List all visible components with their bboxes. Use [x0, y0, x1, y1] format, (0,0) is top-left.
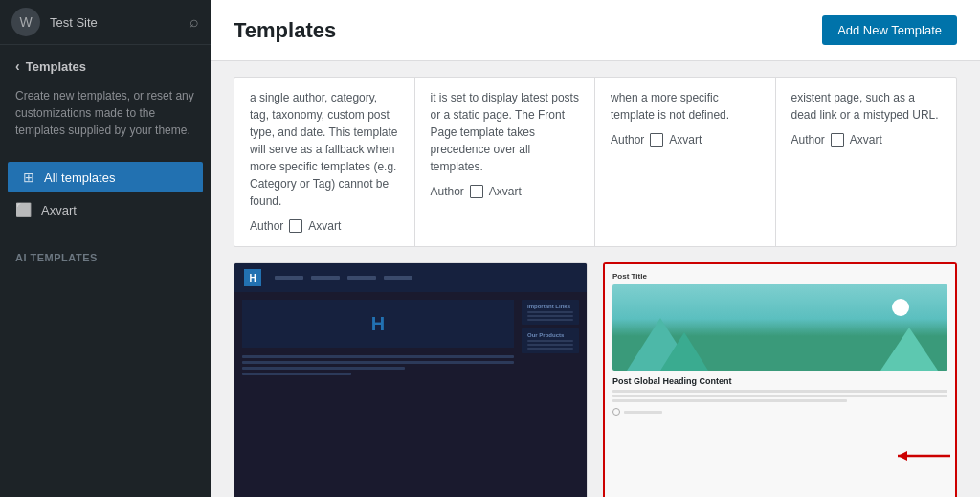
cards-grid: H H — [234, 262, 957, 497]
sidebar-back-label: Templates — [26, 59, 86, 74]
preview-post-heading: Post Global Heading Content — [612, 376, 947, 386]
sidebar: W Test Site ⌕ ‹ Templates Create new tem… — [0, 0, 211, 497]
preview-side-line-2 — [527, 315, 573, 317]
preview-post-title: Post Title — [612, 272, 947, 281]
preview-radio-1 — [612, 408, 620, 416]
page-icon-sm-1 — [470, 185, 483, 198]
top-card-3: existent page, such as a dead link or a … — [776, 78, 957, 246]
preview-side-line-3 — [527, 319, 573, 321]
preview-mountain-image — [612, 284, 947, 371]
preview-side-lines-2 — [527, 340, 573, 350]
preview-h-banner: H — [242, 300, 514, 348]
top-card-2-author: Author Axvart — [611, 131, 760, 148]
nav-item-4 — [384, 276, 412, 280]
preview-post-lines — [612, 390, 947, 402]
wp-logo: W — [11, 8, 40, 36]
preview-line-3 — [242, 367, 405, 370]
sidebar-ai-label: AI templates — [0, 248, 211, 271]
preview-pages-header: H — [234, 263, 587, 292]
preview-side-line-5 — [527, 344, 573, 346]
nav-item-3 — [347, 276, 376, 280]
top-card-1-text: it is set to display latest posts or a s… — [431, 91, 579, 173]
preview-h-big: H — [371, 313, 385, 335]
page-icon-sm-3 — [831, 133, 844, 147]
preview-side-line-1 — [527, 311, 573, 313]
top-card-3-author: Author Axvart — [791, 131, 942, 148]
top-card-1: it is set to display latest posts or a s… — [415, 78, 596, 246]
sidebar-ai-section: AI templates — [0, 233, 211, 271]
preview-ctrl-line-1 — [624, 411, 662, 414]
preview-lines — [242, 351, 514, 379]
top-card-2: when a more specific template is not def… — [595, 78, 776, 246]
preview-side-title-2: Our Products — [527, 332, 573, 338]
preview-content-area: H — [242, 300, 514, 497]
page-icon-sm-2 — [650, 133, 663, 147]
back-arrow-icon: ‹ — [15, 58, 20, 74]
sidebar-nav: ⊞ All templates ⬜ Axvart — [0, 154, 211, 233]
top-card-0-author: Author Axvart — [250, 217, 399, 235]
card-preview-single-posts[interactable]: Post Title Post Global Heading Content — [605, 264, 955, 497]
sidebar-item-all-templates[interactable]: ⊞ All templates — [8, 162, 203, 192]
preview-sun — [892, 299, 909, 316]
preview-side-block-1: Important Links — [522, 300, 579, 325]
nav-item-2 — [311, 276, 340, 280]
preview-pages-nav — [275, 276, 412, 280]
preview-post-line-2 — [612, 395, 947, 397]
top-card-0: a single author, category, tag, taxonomy… — [234, 78, 415, 246]
preview-side-title-1: Important Links — [527, 304, 573, 309]
preview-line-4 — [242, 373, 351, 375]
page-icon-sm — [289, 219, 302, 233]
preview-post-controls — [612, 408, 947, 416]
page-icon-nav: ⬜ — [15, 202, 32, 217]
top-card-2-text: when a more specific template is not def… — [611, 91, 729, 122]
preview-side-lines-1 — [527, 311, 573, 321]
preview-pages-body: H Important Links — [234, 292, 587, 497]
sidebar-item-all-templates-label: All templates — [44, 170, 115, 185]
nav-item-1 — [275, 276, 303, 280]
site-title: Test Site — [50, 15, 98, 30]
template-card-single-posts: Post Title Post Global Heading Content — [603, 262, 957, 497]
preview-line-2 — [242, 361, 514, 364]
top-card-3-text: existent page, such as a dead link or a … — [791, 91, 939, 122]
page-title: Templates — [234, 18, 336, 43]
sidebar-description: Create new templates, or reset any custo… — [0, 87, 211, 154]
preview-side-block-2: Our Products — [522, 328, 579, 353]
templates-container: a single author, category, tag, taxonomy… — [211, 61, 980, 497]
preview-h-logo: H — [244, 269, 261, 286]
grid-icon: ⊞ — [23, 169, 34, 185]
preview-post-line-1 — [612, 390, 947, 393]
sidebar-back-button[interactable]: ‹ Templates — [0, 45, 211, 87]
preview-side-line-6 — [527, 348, 573, 350]
sidebar-item-axvart-label: Axvart — [41, 203, 77, 217]
top-card-0-text: a single author, category, tag, taxonomy… — [250, 91, 398, 208]
main-content: Templates Add New Template a single auth… — [211, 0, 980, 497]
preview-side-line-4 — [527, 340, 573, 342]
preview-mountain-2 — [880, 328, 938, 371]
sidebar-item-axvart[interactable]: ⬜ Axvart — [0, 194, 211, 225]
card-preview-pages[interactable]: H H — [234, 263, 587, 497]
top-card-1-author: Author Axvart — [431, 183, 580, 200]
preview-post-line-3 — [612, 399, 847, 402]
main-header: Templates Add New Template — [211, 0, 980, 61]
template-card-pages: H H — [234, 262, 588, 497]
preview-side: Important Links Our Products — [522, 300, 579, 497]
search-icon[interactable]: ⌕ — [189, 13, 199, 31]
sidebar-header: W Test Site ⌕ — [0, 0, 211, 45]
preview-mountain-3 — [660, 332, 708, 371]
preview-line-1 — [242, 355, 514, 358]
top-partial-cards-row: a single author, category, tag, taxonomy… — [234, 77, 957, 247]
add-new-template-button[interactable]: Add New Template — [822, 15, 957, 45]
